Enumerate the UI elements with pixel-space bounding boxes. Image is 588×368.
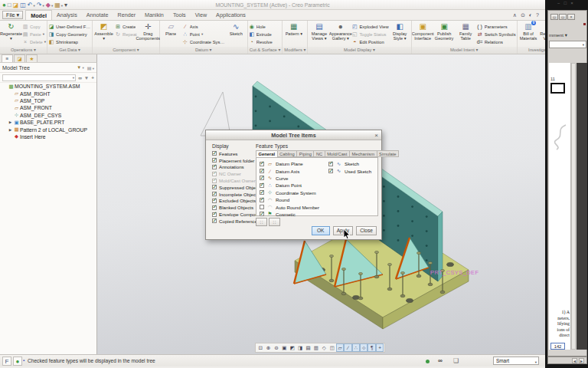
feature-tab-nc[interactable]: NC (313, 150, 325, 157)
close-button[interactable]: Close (356, 226, 377, 235)
page-number-box[interactable]: 142 (550, 343, 565, 350)
tree-item-pattern-2-of-local-group[interactable]: ▶▦Pattern 2 of LOCAL_GROUP (0, 126, 96, 133)
customize-icon[interactable]: ▾ (64, 1, 67, 9)
checkbox-box[interactable] (212, 212, 217, 217)
feature-tab-cabling[interactable]: Cabling (277, 150, 298, 157)
checkbox-excluded-objects[interactable]: Excluded Objects (212, 198, 254, 205)
comment-tool-label[interactable]: mment ▾ (549, 32, 567, 38)
checkbox-box[interactable] (212, 165, 217, 169)
exploded-view-button[interactable]: ◰Exploded View (351, 23, 388, 30)
ok-button[interactable]: OK (312, 226, 330, 235)
drag-components-button[interactable]: ✛Drag Components (138, 21, 158, 41)
side-close-icon[interactable]: × (570, 1, 573, 5)
select-none-button[interactable]: ∷ (269, 218, 280, 226)
parameters-button[interactable]: ( )Parameters (477, 23, 516, 30)
tab-tools[interactable]: Tools (168, 10, 191, 20)
feature-tab-mold-cast[interactable]: Mold/Cast (325, 150, 350, 157)
checkbox-datum-point[interactable]: ∴Datum Point (260, 182, 319, 189)
checkbox-round[interactable]: ◠Round (260, 196, 319, 203)
switch-symbols-button[interactable]: ⇄Switch Symbols (477, 31, 516, 38)
view-manager-icon[interactable]: ▥ (312, 343, 320, 352)
plane-button[interactable]: ▱Plane (161, 21, 181, 36)
select-window-icon[interactable]: ❏ (453, 357, 459, 364)
zoom-out-icon[interactable]: ⊖ (273, 343, 280, 352)
document-scrollbar[interactable] (571, 63, 576, 350)
checkbox-box[interactable] (212, 172, 217, 176)
axis-button[interactable]: ∕Axis (182, 23, 225, 30)
window-icon[interactable]: ▦▾ (54, 1, 63, 10)
section-icon[interactable]: ◫ (328, 343, 336, 352)
display-style-button[interactable]: ◧Display Style ▾ (390, 21, 410, 41)
checkbox-box[interactable] (260, 183, 264, 188)
coordinate-system-button[interactable]: ⊹Coordinate System (182, 38, 225, 45)
repeat-button[interactable]: ↻Repeat (115, 31, 137, 38)
datum-csys-toggle-icon[interactable]: ⊹ (360, 343, 368, 352)
doc-minimize-icon[interactable]: ▭ (559, 14, 567, 20)
undo-icon[interactable]: ↶▾ (28, 1, 35, 10)
checkbox-box[interactable] (260, 205, 264, 209)
checkbox-copied-references[interactable]: Copied References (212, 218, 254, 225)
feature-tab-simulate[interactable]: Simulate (377, 150, 400, 157)
checkbox-features[interactable]: Features (212, 150, 254, 157)
csys-label[interactable]: PRT_CSYS_DEF (430, 269, 479, 276)
status-circle-icon[interactable]: ◐ (529, 12, 532, 18)
appearance-gallery-button[interactable]: ●Appearance Gallery ▾ (330, 21, 351, 41)
document-page[interactable]: 11 1) Aneters,lifyingions ofdirect 142 (549, 63, 571, 350)
tab-applications[interactable]: Applications (211, 10, 250, 20)
datum-planes-toggle-icon[interactable]: ▱ (336, 343, 344, 352)
checkbox-curve[interactable]: ∿Curve (260, 175, 319, 182)
save-icon[interactable]: ◫ (20, 1, 26, 9)
feature-tab-mechanism[interactable]: Mechanism (349, 150, 377, 157)
perspective-icon[interactable]: ◇ (320, 343, 328, 352)
nav-model-tree-tab[interactable]: ≡ (2, 54, 13, 62)
point-button[interactable]: ∴Point▾ (182, 31, 225, 38)
command-search-icon[interactable]: ⊙ (521, 12, 525, 18)
tree-item-mounting-system-asm[interactable]: ▩MOUNTING_SYSTEM.ASM (0, 83, 96, 90)
checkbox-box[interactable] (212, 158, 217, 163)
copy-geometry-button[interactable]: ◨Copy Geometry (48, 31, 91, 38)
shrinkwrap-button[interactable]: ◧Shrinkwrap (48, 38, 91, 45)
checkbox-mold-cast-owner[interactable]: Mold/Cast Owner (212, 177, 254, 184)
checkbox-box[interactable] (212, 219, 217, 223)
spin-center-toggle-icon[interactable]: + (376, 343, 384, 352)
checkbox-sketch[interactable]: ∿Sketch (328, 160, 371, 167)
checkbox-box[interactable] (260, 176, 264, 180)
zoom-in-icon[interactable]: ⊕ (264, 343, 272, 352)
checkbox-envelope-components[interactable]: Envelope Components (212, 211, 254, 218)
checkbox-box[interactable] (260, 190, 264, 195)
extrude-button[interactable]: ◧Extrude (249, 31, 273, 38)
redo-icon[interactable]: ↷▾ (37, 1, 44, 10)
document-dropdown[interactable]: ▾ (549, 41, 586, 48)
file-menu-button[interactable]: File ▾ (2, 11, 23, 19)
checkbox-box[interactable] (212, 192, 217, 196)
select-all-button[interactable]: ∷ (256, 218, 267, 226)
nav-favorites-tab[interactable]: ★ (26, 54, 38, 62)
scroll-right-icon[interactable]: ► (579, 358, 584, 363)
feature-tab-piping[interactable]: Piping (296, 150, 314, 157)
regenerate-button[interactable]: ↻Regenerate ▾ (1, 21, 21, 41)
component-interface-button[interactable]: ▣Component Interface (413, 21, 433, 41)
tree-filter-icon[interactable]: ▼ (84, 75, 89, 80)
revolve-button[interactable]: ◔Revolve (249, 38, 273, 45)
manage-views-button[interactable]: ▤Manage Views ▾ (309, 21, 329, 41)
checkbox-datum-axis[interactable]: ∕Datum Axis (260, 167, 319, 174)
accessibility-icon[interactable]: ● (13, 356, 22, 366)
assemble-button[interactable]: ◩Assemble ▾ (93, 21, 114, 41)
annotations-toggle-icon[interactable]: ¶ (368, 343, 375, 352)
nav-folder-browser-tab[interactable]: ◪ (14, 54, 25, 62)
checkbox-suppressed-objects[interactable]: Suppressed Objects (212, 184, 254, 191)
base-hole[interactable] (407, 298, 413, 302)
checkbox-auto-round-member[interactable]: ◠Auto Round Member (260, 203, 319, 210)
toggle-status-button[interactable]: ◱Toggle Status (351, 31, 388, 38)
base-hole[interactable] (447, 262, 454, 266)
checkbox-box[interactable] (212, 179, 217, 183)
sketch-button[interactable]: ∿Sketch (226, 21, 247, 36)
find-in-tree-icon[interactable]: ∞ (78, 75, 82, 80)
checkbox-box[interactable] (212, 185, 217, 189)
tree-expand-icon[interactable]: + (91, 75, 94, 80)
checkbox-coordinate-system[interactable]: ⊹Coordinate System (260, 189, 319, 196)
side-minimize-icon[interactable]: − (557, 1, 560, 5)
tree-search-input[interactable]: ▾ (2, 74, 76, 81)
checkbox-box[interactable] (260, 169, 264, 173)
bill-of-materials-button[interactable]: ▥0Bill of Materials (518, 21, 539, 41)
